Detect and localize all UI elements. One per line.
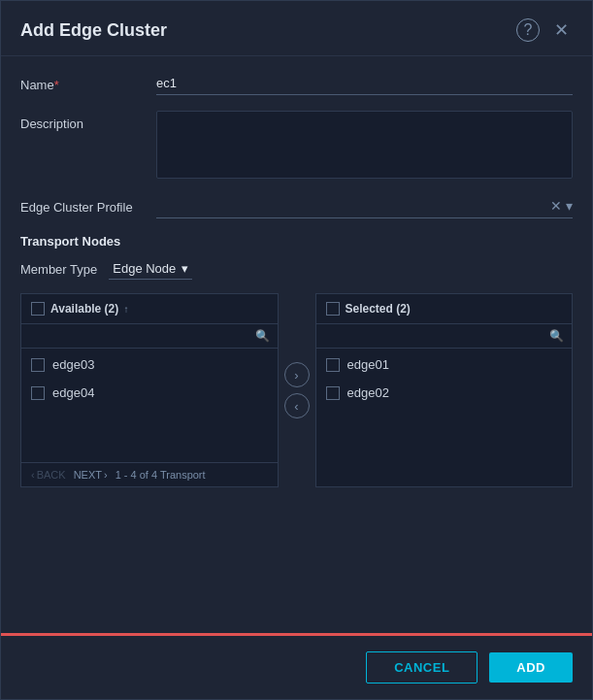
search-icon: 🔍 (255, 329, 270, 343)
transport-nodes-title: Transport Nodes (20, 234, 573, 249)
available-item-checkbox-1[interactable] (31, 386, 45, 400)
selected-panel: Selected (2) 🔍 edge01 edge02 (315, 293, 574, 487)
name-field-group: Name* (20, 72, 573, 95)
modal-header: Add Edge Cluster ? ✕ (1, 1, 592, 56)
modal-footer: CANCEL ADD (1, 633, 592, 699)
edge-cluster-profile-label: Edge Cluster Profile (20, 194, 156, 215)
transfer-backward-button[interactable]: ‹ (284, 393, 310, 418)
available-item-checkbox-0[interactable] (31, 358, 45, 372)
transfer-forward-button[interactable]: › (284, 362, 310, 387)
available-footer: ‹ BACK NEXT › 1 - 4 of 4 Transport (21, 462, 278, 486)
selected-item-label-1: edge02 (347, 385, 389, 400)
selected-item-label-0: edge01 (347, 357, 389, 372)
required-star: * (54, 78, 59, 92)
sort-arrow-icon: ↑ (124, 304, 129, 315)
name-input[interactable] (156, 72, 573, 95)
selected-items: edge01 edge02 (316, 349, 573, 486)
member-type-chevron-icon: ▾ (181, 261, 188, 276)
list-item[interactable]: edge03 (21, 350, 278, 379)
clear-icon[interactable]: ✕ (550, 198, 562, 214)
available-header: Available (2) ↑ (21, 294, 278, 324)
member-type-dropdown[interactable]: Edge Node ▾ (109, 258, 192, 280)
edge-cluster-profile-group: Edge Cluster Profile ✕ ▾ (20, 194, 573, 218)
selected-header-label: Selected (2) (346, 302, 563, 316)
available-search-input[interactable] (29, 329, 255, 343)
left-chevron-icon: ‹ (31, 469, 35, 481)
selected-select-all-checkbox[interactable] (326, 302, 340, 316)
available-header-label: Available (2) ↑ (50, 302, 268, 316)
member-type-label: Member Type (20, 262, 97, 277)
selected-search: 🔍 (316, 324, 573, 349)
help-icon[interactable]: ? (516, 18, 540, 42)
edge-cluster-profile-select[interactable]: ✕ ▾ (156, 194, 573, 218)
cancel-button[interactable]: CANCEL (366, 651, 478, 683)
transfer-buttons: › ‹ (279, 362, 315, 418)
close-icon[interactable]: ✕ (549, 18, 573, 42)
available-panel: Available (2) ↑ 🔍 edge03 (20, 293, 279, 487)
list-item[interactable]: edge01 (316, 350, 573, 379)
available-item-label-0: edge03 (52, 357, 94, 372)
next-button[interactable]: NEXT › (74, 469, 108, 481)
selected-header: Selected (2) (316, 294, 573, 324)
add-button[interactable]: ADD (489, 652, 573, 683)
modal-body: Name* Description Edge Cluster Profile ✕… (1, 56, 592, 633)
description-input[interactable] (156, 111, 573, 179)
list-item[interactable]: edge02 (316, 379, 573, 407)
chevron-down-icon[interactable]: ▾ (566, 198, 573, 214)
transport-nodes-section: Transport Nodes Member Type Edge Node ▾ … (20, 234, 573, 487)
search-icon: 🔍 (549, 329, 564, 343)
selected-search-input[interactable] (324, 329, 550, 343)
add-edge-cluster-modal: Add Edge Cluster ? ✕ Name* Description E… (0, 0, 593, 700)
member-type-value: Edge Node (113, 261, 176, 276)
description-label: Description (20, 111, 156, 131)
member-type-row: Member Type Edge Node ▾ (20, 258, 573, 280)
right-chevron-icon: › (104, 469, 108, 481)
available-search: 🔍 (21, 324, 278, 349)
list-item[interactable]: edge04 (21, 379, 278, 407)
description-field-group: Description (20, 111, 573, 179)
selected-item-checkbox-1[interactable] (326, 386, 340, 400)
available-select-all-checkbox[interactable] (31, 302, 45, 316)
back-button[interactable]: ‹ BACK (31, 469, 66, 481)
pagination-info: 1 - 4 of 4 Transport (115, 469, 206, 481)
selected-item-checkbox-0[interactable] (326, 358, 340, 372)
available-items: edge03 edge04 (21, 349, 278, 462)
name-label: Name* (20, 72, 156, 92)
modal-title: Add Edge Cluster (20, 20, 167, 41)
dual-list: Available (2) ↑ 🔍 edge03 (20, 293, 573, 487)
header-icons: ? ✕ (516, 18, 573, 42)
available-item-label-1: edge04 (52, 385, 94, 400)
